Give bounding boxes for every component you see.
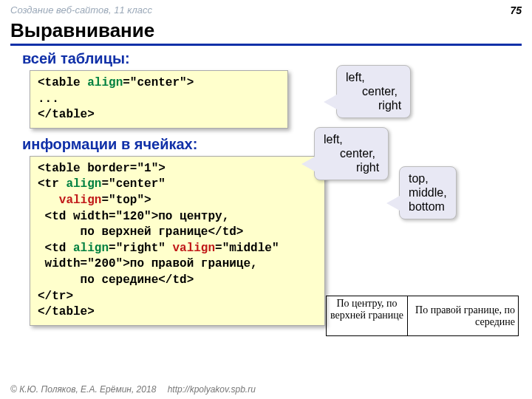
section-cells: информации в ячейках: [22, 136, 532, 153]
callout-align-table: left, center, right [336, 65, 411, 118]
table-row: По центру, по верхней границе По правой … [327, 296, 519, 336]
page-title: Выравнивание [10, 19, 522, 46]
callout-tail-icon [324, 95, 337, 109]
callout-tail-icon [301, 157, 315, 171]
code-block-cells: <table border="1"> <tr align="center" va… [30, 156, 325, 326]
page-number: 75 [510, 4, 522, 16]
section-table: всей таблицы: [22, 50, 532, 67]
code-block-table: <table align="center"> ... </table> [30, 70, 288, 129]
callout-align-cell: left, center, right [314, 127, 389, 180]
header-bar: Создание веб-сайтов, 11 класс 75 [0, 0, 532, 18]
footer: © К.Ю. Поляков, Е.А. Ерёмин, 2018 http:/… [10, 384, 256, 395]
demo-cell-1: По центру, по верхней границе [327, 296, 408, 336]
demo-cell-2: По правой границе, по середине [408, 296, 519, 336]
demo-table: По центру, по верхней границе По правой … [326, 296, 519, 336]
copyright: © К.Ю. Поляков, Е.А. Ерёмин, 2018 [10, 384, 156, 395]
callout-tail-icon [386, 196, 400, 211]
callout-valign: top, middle, bottom [399, 166, 457, 219]
course-name: Создание веб-сайтов, 11 класс [10, 4, 152, 16]
footer-link[interactable]: http://kpolyakov.spb.ru [168, 384, 256, 395]
